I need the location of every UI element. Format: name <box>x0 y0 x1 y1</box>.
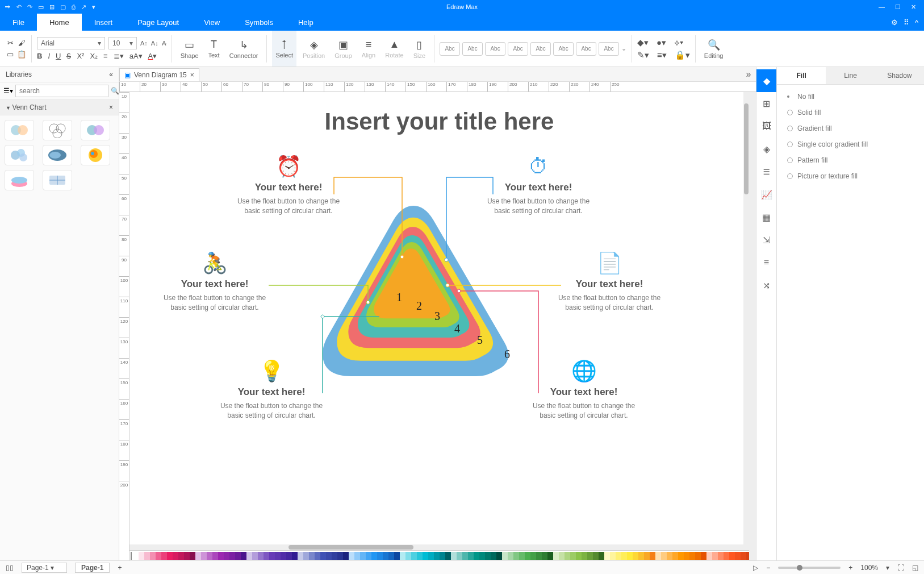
color-swatch[interactable] <box>383 552 388 560</box>
layer-label-6[interactable]: 6 <box>504 348 510 361</box>
shadow-icon[interactable]: ●▾ <box>657 38 666 48</box>
color-swatch[interactable] <box>519 552 525 560</box>
shape-thumb[interactable] <box>5 170 34 190</box>
color-swatch[interactable] <box>400 552 405 560</box>
rail-export-icon[interactable]: ⇲ <box>756 228 777 251</box>
color-swatch[interactable] <box>536 552 542 560</box>
copy-icon[interactable]: ▭ <box>6 50 15 59</box>
color-swatch[interactable] <box>207 552 212 560</box>
color-swatch[interactable] <box>667 552 672 560</box>
color-swatch[interactable] <box>729 552 735 560</box>
shape-thumb[interactable] <box>5 145 34 165</box>
color-swatch[interactable] <box>570 552 576 560</box>
color-swatch[interactable] <box>610 552 616 560</box>
font-size-combo[interactable]: 10▾ <box>108 37 137 49</box>
color-swatch[interactable] <box>349 552 354 560</box>
color-swatch[interactable] <box>292 552 298 560</box>
opt-gradient-fill[interactable]: Gradient fill <box>787 124 914 132</box>
lock-icon[interactable]: 🔒▾ <box>675 50 690 60</box>
color-swatch[interactable] <box>547 552 553 560</box>
print-icon[interactable]: ⎙ <box>72 3 76 10</box>
theme-5[interactable]: Abc <box>530 42 551 56</box>
color-swatch[interactable] <box>496 552 502 560</box>
color-swatch[interactable] <box>712 552 718 560</box>
color-swatch[interactable] <box>269 552 275 560</box>
color-swatch[interactable] <box>394 552 400 560</box>
canvas-page[interactable]: Insert your title here 1 2 3 4 <box>129 92 749 560</box>
rail-data-icon[interactable]: ≣ <box>756 160 777 183</box>
color-swatch[interactable] <box>593 552 599 560</box>
collapse-ribbon-icon[interactable]: ^ <box>915 18 918 27</box>
paste-icon[interactable]: 📋 <box>17 50 26 59</box>
rail-layers-icon[interactable]: ◈ <box>756 138 777 160</box>
color-swatch[interactable] <box>286 552 292 560</box>
color-swatch[interactable] <box>724 552 729 560</box>
color-swatch[interactable] <box>371 552 377 560</box>
color-swatch[interactable] <box>212 552 218 560</box>
rail-grid-icon[interactable]: ⊞ <box>756 92 777 115</box>
color-swatch[interactable] <box>627 552 633 560</box>
menu-file[interactable]: File <box>0 14 37 31</box>
fullscreen-icon[interactable]: ◱ <box>912 564 918 572</box>
color-swatch[interactable] <box>264 552 269 560</box>
color-swatch[interactable] <box>502 552 508 560</box>
layer-label-2[interactable]: 2 <box>416 300 422 313</box>
opt-no-fill[interactable]: No fill <box>787 93 914 101</box>
theme-more-icon[interactable]: ⌄ <box>621 45 626 52</box>
text-group[interactable]: TText <box>205 31 223 66</box>
color-swatch[interactable] <box>565 552 570 560</box>
color-swatch[interactable] <box>661 552 667 560</box>
group-group[interactable]: ▣Group <box>331 31 356 66</box>
color-swatch[interactable] <box>315 552 320 560</box>
color-swatch[interactable] <box>411 552 417 560</box>
select-group[interactable]: ⭡Select <box>272 31 296 66</box>
color-swatch[interactable] <box>252 552 258 560</box>
shape-thumb[interactable] <box>43 145 72 165</box>
align-group[interactable]: ≡Align <box>358 31 379 66</box>
color-swatch[interactable] <box>672 552 678 560</box>
color-swatch[interactable] <box>491 552 496 560</box>
color-swatch[interactable] <box>337 552 343 560</box>
menu-symbols[interactable]: Symbols <box>232 14 286 31</box>
color-swatch[interactable] <box>173 552 178 560</box>
undo-icon[interactable]: ↶ <box>16 3 22 11</box>
color-swatch[interactable] <box>417 552 423 560</box>
bold-icon[interactable]: B <box>37 52 42 60</box>
color-swatch[interactable] <box>474 552 479 560</box>
color-swatch[interactable] <box>258 552 264 560</box>
color-swatch[interactable] <box>604 552 610 560</box>
library-picker-icon[interactable]: ☰▾ <box>3 87 13 95</box>
font-color-icon[interactable]: A▾ <box>148 52 157 60</box>
subscript-icon[interactable]: X₂ <box>90 52 98 60</box>
layer-label-4[interactable]: 4 <box>454 322 460 335</box>
panel-tab-fill[interactable]: Fill <box>777 67 826 84</box>
save-icon[interactable]: ▢ <box>60 3 66 11</box>
color-swatch[interactable] <box>638 552 644 560</box>
opt-pattern-fill[interactable]: Pattern fill <box>787 156 914 164</box>
color-swatch[interactable] <box>468 552 474 560</box>
fit-page-icon[interactable]: ⛶ <box>897 564 904 572</box>
settings-icon[interactable]: ⚙ <box>891 18 898 27</box>
color-swatch[interactable] <box>616 552 621 560</box>
connector-group[interactable]: ↳Connector <box>226 31 262 66</box>
color-swatch[interactable] <box>178 552 184 560</box>
color-swatch[interactable] <box>133 552 139 560</box>
close-icon[interactable]: ✕ <box>911 3 916 11</box>
apps-icon[interactable]: ⠿ <box>904 18 909 27</box>
search-go-icon[interactable]: 🔍 <box>111 87 119 95</box>
page-tab-1[interactable]: Page-1 <box>75 563 110 573</box>
no-fill-swatch[interactable] <box>131 552 132 560</box>
hscrollbar-thumb[interactable] <box>289 545 413 550</box>
increase-font-icon[interactable]: A↑ <box>140 40 148 47</box>
color-swatch[interactable] <box>184 552 190 560</box>
color-swatch[interactable] <box>309 552 315 560</box>
position-group[interactable]: ◈Position <box>299 31 328 66</box>
color-swatch[interactable] <box>246 552 252 560</box>
format-painter-icon[interactable]: 🖌 <box>17 39 26 48</box>
qat-more-icon[interactable]: ▾ <box>92 3 95 11</box>
rotate-group[interactable]: ▲Rotate <box>382 31 407 66</box>
rail-align2-icon[interactable]: ≡ <box>756 251 777 274</box>
theme-gallery[interactable]: Abc Abc Abc Abc Abc Abc Abc Abc ⌄ <box>440 42 626 56</box>
theme-6[interactable]: Abc <box>553 42 574 56</box>
color-swatch[interactable] <box>360 552 366 560</box>
